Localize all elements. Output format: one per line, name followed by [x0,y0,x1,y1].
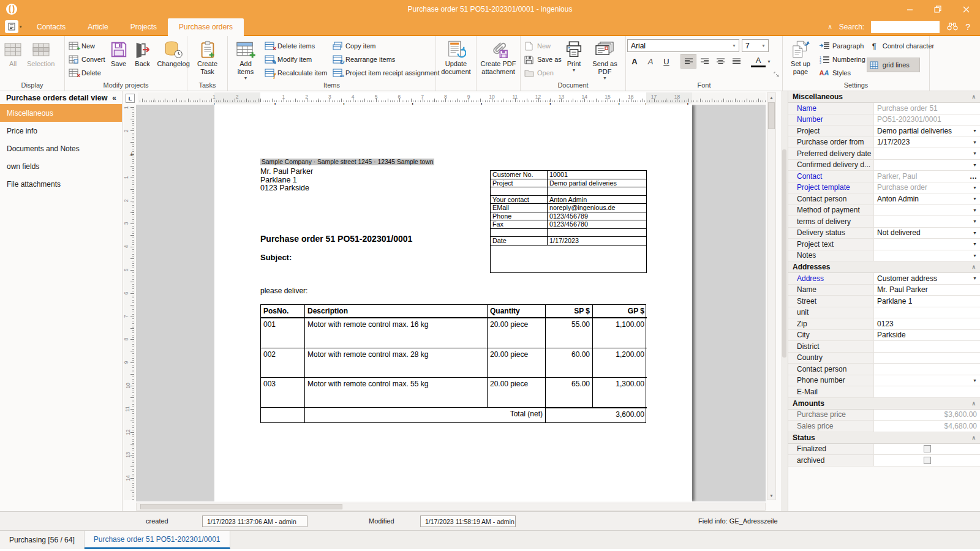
checkbox[interactable] [924,445,931,452]
panel-row-value[interactable] [874,364,980,375]
save-button[interactable]: Save [107,37,130,81]
dropdown-arrow-icon[interactable]: ▼ [970,253,977,258]
panel-row-value[interactable] [874,455,980,466]
section-header-status[interactable]: Status∧ [788,432,980,444]
tab-projects[interactable]: Projects [119,18,168,35]
scroll-up-icon[interactable]: ▲ [767,93,775,102]
panel-row-value[interactable]: ▼ [874,205,980,216]
panel-scrollbar[interactable] [781,91,788,511]
recipient-address[interactable]: Mr. Paul Parker Parklane 1 0123 Parkside [260,168,313,193]
align-center-button[interactable] [713,54,728,68]
rearrange-items-button[interactable]: ↻ Rearrange items [330,53,434,66]
panel-row-value[interactable]: Parker, Paul… [874,171,980,182]
create-pdf-attachment-button[interactable]: Create PDF attachment [477,37,521,81]
dropdown-arrow-icon[interactable]: ▼ [970,231,977,235]
all-button[interactable]: All [1,37,24,81]
panel-row-value[interactable]: $3,600.00 [874,410,980,421]
font-family-select[interactable]: Arial ▼ [627,39,739,52]
sidebar-item-file-attachments[interactable]: File attachments [0,175,122,193]
panel-row-value[interactable] [874,386,980,397]
control-character-button[interactable]: ¶ Control character [867,39,936,53]
panel-row-value[interactable]: Parkside [874,330,980,341]
vertical-ruler[interactable]: 211234567891011121314⊥ [124,106,135,500]
collapse-sidebar-icon[interactable]: « [112,94,116,102]
convert-button[interactable]: Convert [66,53,107,66]
collapse-ribbon-icon[interactable]: ∧ [828,23,832,30]
document-new-button[interactable]: New [522,39,562,53]
underline-button[interactable]: U [659,54,674,68]
panel-row-value[interactable]: 1/17/2023▼ [874,137,980,148]
dropdown-arrow-icon[interactable]: ▼ [970,208,977,212]
sender-line[interactable]: Sample Company · Sample street 1245 · 12… [260,159,434,165]
dropdown-arrow-icon[interactable]: ▼ [970,242,977,246]
panel-row-value[interactable]: Customer address▼ [874,273,980,284]
section-header-miscellaneous[interactable]: Miscellaneous∧ [788,91,980,103]
panel-row-value[interactable]: Anton Admin▼ [874,193,980,204]
sidebar-item-documents-and-notes[interactable]: Documents and Notes [0,140,122,157]
delete-button[interactable]: × Delete [66,66,107,80]
align-right-button[interactable] [697,54,712,68]
panel-row-value[interactable]: ▼ [874,375,980,386]
tab-purchase-orders[interactable]: Purchase orders [168,18,244,35]
section-collapse-icon[interactable]: ∧ [971,264,976,270]
section-collapse-icon[interactable]: ∧ [971,435,976,441]
panel-row-value[interactable]: ▼ [874,239,980,250]
horizontal-scrollbar[interactable] [136,503,766,511]
numbering-button[interactable]: 123 Numbering [817,53,867,66]
panel-row-value[interactable]: Purchase order 51 [874,103,980,114]
items-table[interactable]: PosNo.DescriptionQuantitySP $GP $001Moto… [260,304,646,423]
panel-row-value[interactable] [874,353,980,364]
set-up-page-button[interactable]: Set up page [784,37,817,81]
items-table-row[interactable]: 002Motor with remote control max. 28 kg2… [261,348,646,378]
create-task-button[interactable]: Create Task [192,37,224,81]
document-canvas[interactable]: Sample Company · Sample street 1245 · 12… [136,105,766,501]
panel-row-value[interactable] [874,444,980,455]
horizontal-scrollbar-thumb[interactable] [140,504,342,509]
deliver-label[interactable]: please deliver: [260,287,307,295]
section-collapse-icon[interactable]: ∧ [971,400,976,407]
panel-row-value[interactable]: ▼ [874,250,980,261]
sidebar-item-miscellaneous[interactable]: Miscellaneous [0,104,122,122]
checkbox[interactable] [924,457,931,464]
bottom-tab-purchase-order-51-po51-202301-0001[interactable]: Purchase order 51 PO51-202301/0001 [85,531,230,549]
bottom-tab-purchasing-56-64[interactable]: Purchasing [56 / 64] [0,531,85,549]
sidebar-item-own-fields[interactable]: own fields [0,157,122,175]
panel-row-value[interactable]: Not delivered▼ [874,228,980,239]
bold-button[interactable]: A [627,54,642,68]
print-button[interactable]: Print ▼ [562,37,586,81]
document-title[interactable]: Purchase order 51 PO51-202301/0001 [260,234,412,244]
panel-row-value[interactable]: Mr. Paul Parker [874,285,980,296]
sidebar-item-price-info[interactable]: Price info [0,122,122,140]
panel-row-value[interactable]: $4,680.00 [874,421,980,432]
dropdown-arrow-icon[interactable]: ▼ [970,151,977,156]
project-item-receipt-assignment-button[interactable]: ∞ Project item receipt assignment [330,66,434,80]
dropdown-arrow-icon[interactable]: ▼ [970,186,977,190]
panel-row-value[interactable] [874,307,980,318]
recalculate-item-button[interactable]: ƒ Recalculate item [262,66,330,80]
panel-row-value[interactable]: 0123 [874,318,980,329]
font-size-select[interactable]: 7 ▼ [742,39,769,52]
document-page[interactable]: Sample Company · Sample street 1245 · 12… [214,105,692,501]
dropdown-arrow-icon[interactable]: ▼ [970,219,977,223]
copy-item-button[interactable]: Copy item [330,39,434,53]
italic-button[interactable]: A [643,54,658,68]
order-info-table[interactable]: Customer No.10001ProjectDemo partial del… [490,170,647,273]
panel-row-value[interactable]: Purchase order▼ [874,182,980,193]
dropdown-arrow-icon[interactable]: ▼ [970,140,977,144]
restore-icon[interactable] [924,0,952,18]
save-as-button[interactable]: Save as [522,53,562,66]
panel-row-value[interactable]: PO51-202301/0001 [874,114,980,126]
vertical-scrollbar-thumb[interactable] [768,102,775,129]
horizontal-ruler[interactable]: 21123456789101112131415161718 [138,92,766,103]
section-header-addresses[interactable]: Addresses∧ [788,261,980,273]
search-input[interactable] [871,21,940,33]
close-icon[interactable] [952,0,980,18]
selection-button[interactable]: Selection [24,37,57,81]
dropdown-arrow-icon[interactable]: ▼ [970,163,977,167]
justify-button[interactable] [729,54,744,68]
modify-item-button[interactable]: ✎ Modify item [262,53,330,66]
changelog-button[interactable]: Changelog [155,37,192,81]
dropdown-arrow-icon[interactable]: ▼ [970,276,977,280]
panel-row-value[interactable]: Demo partial deliveries▼ [874,126,980,137]
items-table-row[interactable]: 003Motor with remote control max. 55 kg2… [261,378,646,408]
